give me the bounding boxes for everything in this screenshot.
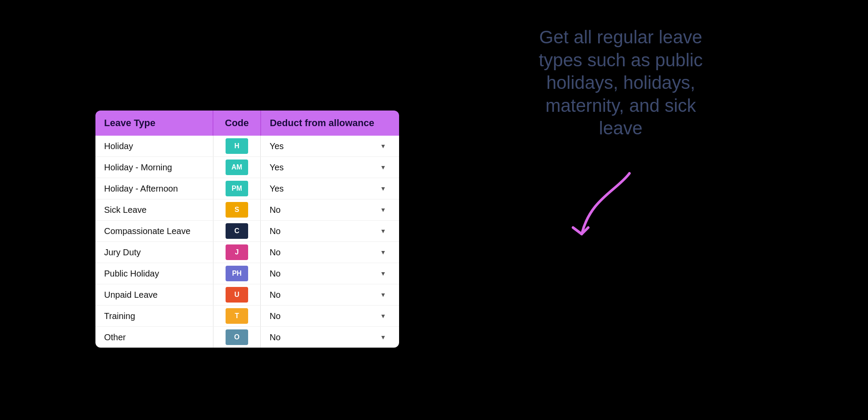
- code-cell: C: [213, 221, 261, 242]
- dropdown-arrow-icon[interactable]: ▼: [380, 291, 386, 298]
- code-cell: S: [213, 199, 261, 221]
- deduct-value: Yes: [269, 141, 284, 151]
- deduct-value: No: [269, 269, 281, 279]
- page-container: Leave Type Code Deduct from allowance Ho…: [0, 0, 868, 420]
- dropdown-arrow-icon[interactable]: ▼: [380, 185, 386, 192]
- table-row: Jury DutyJNo▼: [95, 242, 399, 263]
- leave-type-cell: Other: [95, 327, 213, 348]
- table-row: HolidayHYes▼: [95, 136, 399, 157]
- code-badge: H: [226, 138, 248, 154]
- code-cell: J: [213, 242, 261, 263]
- code-badge: AM: [226, 160, 248, 175]
- deduct-cell: No▼: [261, 327, 399, 348]
- code-badge: O: [226, 329, 248, 345]
- table-row: Public HolidayPHNo▼: [95, 263, 399, 284]
- dropdown-arrow-icon[interactable]: ▼: [380, 249, 386, 256]
- deduct-cell: No▼: [261, 284, 399, 306]
- code-badge: S: [226, 202, 248, 218]
- code-badge: U: [226, 287, 248, 303]
- table-row: Unpaid LeaveUNo▼: [95, 284, 399, 306]
- leave-type-cell: Training: [95, 306, 213, 327]
- code-badge: T: [226, 308, 248, 324]
- deduct-cell: Yes▼: [261, 178, 399, 199]
- dropdown-arrow-icon[interactable]: ▼: [380, 313, 386, 319]
- deduct-cell: No▼: [261, 306, 399, 327]
- col-header-deduct: Deduct from allowance: [261, 111, 399, 136]
- deduct-cell: Yes▼: [261, 157, 399, 178]
- col-header-leave-type: Leave Type: [95, 111, 213, 136]
- deduct-value: Yes: [269, 163, 284, 173]
- deduct-value: No: [269, 290, 281, 300]
- dropdown-arrow-icon[interactable]: ▼: [380, 228, 386, 234]
- deduct-cell: No▼: [261, 242, 399, 263]
- leave-type-table: Leave Type Code Deduct from allowance Ho…: [95, 111, 399, 348]
- table-row: Sick LeaveSNo▼: [95, 199, 399, 221]
- dropdown-arrow-icon[interactable]: ▼: [380, 206, 386, 213]
- code-badge: C: [226, 223, 248, 239]
- deduct-value: No: [269, 311, 281, 321]
- col-header-code: Code: [213, 111, 261, 136]
- code-cell: O: [213, 327, 261, 348]
- table-row: TrainingTNo▼: [95, 306, 399, 327]
- dropdown-arrow-icon[interactable]: ▼: [380, 164, 386, 171]
- leave-type-cell: Holiday - Afternoon: [95, 178, 213, 199]
- deduct-cell: No▼: [261, 221, 399, 242]
- leave-type-cell: Sick Leave: [95, 199, 213, 221]
- table-row: Holiday - MorningAMYes▼: [95, 157, 399, 178]
- table-row: OtherONo▼: [95, 327, 399, 348]
- deduct-cell: No▼: [261, 263, 399, 284]
- code-cell: AM: [213, 157, 261, 178]
- dropdown-arrow-icon[interactable]: ▼: [380, 143, 386, 150]
- annotation-text: Get all regular leave types such as publ…: [538, 26, 703, 140]
- curved-arrow-icon: [564, 165, 651, 251]
- deduct-value: Yes: [269, 184, 284, 194]
- leave-type-cell: Holiday - Morning: [95, 157, 213, 178]
- code-cell: PH: [213, 263, 261, 284]
- code-badge: PM: [226, 181, 248, 196]
- arrow-container: [564, 165, 651, 251]
- leave-type-cell: Unpaid Leave: [95, 284, 213, 306]
- deduct-cell: Yes▼: [261, 136, 399, 157]
- deduct-value: No: [269, 205, 281, 215]
- code-cell: H: [213, 136, 261, 157]
- code-cell: T: [213, 306, 261, 327]
- leave-type-cell: Jury Duty: [95, 242, 213, 263]
- dropdown-arrow-icon[interactable]: ▼: [380, 334, 386, 341]
- annotation-section: Get all regular leave types such as publ…: [538, 26, 703, 140]
- table-row: Compassionate LeaveCNo▼: [95, 221, 399, 242]
- table-row: Holiday - AfternoonPMYes▼: [95, 178, 399, 199]
- deduct-value: No: [269, 332, 281, 342]
- code-cell: U: [213, 284, 261, 306]
- code-cell: PM: [213, 178, 261, 199]
- deduct-cell: No▼: [261, 199, 399, 221]
- leave-type-cell: Holiday: [95, 136, 213, 157]
- leave-type-cell: Public Holiday: [95, 263, 213, 284]
- code-badge: PH: [226, 266, 248, 281]
- deduct-value: No: [269, 247, 281, 257]
- code-badge: J: [226, 244, 248, 260]
- dropdown-arrow-icon[interactable]: ▼: [380, 270, 386, 277]
- table-section: Leave Type Code Deduct from allowance Ho…: [95, 111, 399, 348]
- leave-type-cell: Compassionate Leave: [95, 221, 213, 242]
- deduct-value: No: [269, 226, 281, 236]
